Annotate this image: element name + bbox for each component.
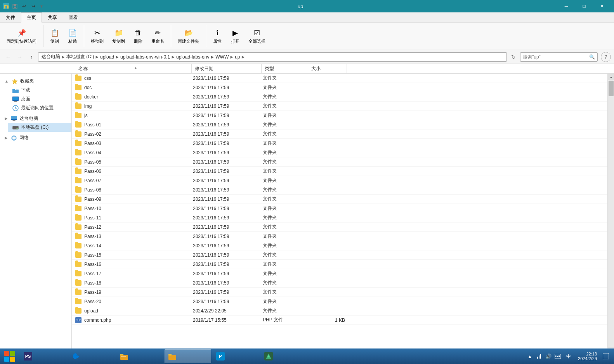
breadcrumb-sep-7: ► [241, 54, 246, 60]
col-header-date[interactable]: 修改日期 [192, 64, 262, 73]
table-row[interactable]: doc 2023/11/16 17:59 文件夹 [72, 83, 607, 92]
sidebar-item-drive-c[interactable]: 本地磁盘 (C:) [8, 123, 71, 132]
taskbar-edge[interactable] [68, 349, 115, 363]
file-type-cell: 文件夹 [263, 270, 309, 277]
col-header-name[interactable]: 名称 [75, 64, 192, 73]
table-row[interactable]: Pass-12 2023/11/16 17:59 文件夹 [72, 223, 607, 232]
table-row[interactable]: PHP common.php 2019/1/17 15:55 PHP 文件 1 … [72, 316, 607, 325]
table-row[interactable]: Pass-20 2023/11/16 17:59 文件夹 [72, 297, 607, 306]
tab-home[interactable]: 主页 [21, 12, 42, 22]
col-header-size[interactable]: 大小 [308, 64, 347, 73]
clock[interactable]: 22:13 2024/2/29 [576, 352, 599, 361]
taskbar-notepad[interactable]: P [213, 349, 259, 363]
folder-icon [75, 141, 82, 146]
up-button[interactable]: ↑ [26, 52, 36, 62]
table-row[interactable]: Pass-17 2023/11/16 17:59 文件夹 [72, 269, 607, 278]
table-row[interactable]: Pass-09 2023/11/16 17:59 文件夹 [72, 195, 607, 204]
table-row[interactable]: Pass-14 2023/11/16 17:59 文件夹 [72, 241, 607, 250]
taskbar-app6[interactable] [261, 349, 307, 363]
ribbon-rename-button[interactable]: ✏ 重命名 [148, 26, 168, 46]
taskbar-powershell[interactable]: PS [20, 349, 67, 363]
table-row[interactable]: Pass-01 2023/11/16 17:59 文件夹 [72, 120, 607, 129]
scroll-thumb[interactable] [609, 81, 614, 96]
table-row[interactable]: Pass-08 2023/11/16 17:59 文件夹 [72, 185, 607, 195]
tray-volume[interactable]: 🔊 [545, 352, 552, 360]
ribbon-open-button[interactable]: ▶ 打开 [227, 26, 243, 46]
start-button[interactable] [0, 348, 19, 364]
tab-view[interactable]: 查看 [63, 12, 84, 22]
table-row[interactable]: upload 2024/2/29 22:05 文件夹 [72, 306, 607, 316]
help-button[interactable]: ? [601, 52, 611, 62]
table-row[interactable]: Pass-11 2023/11/16 17:59 文件夹 [72, 213, 607, 223]
table-row[interactable]: Pass-06 2023/11/16 17:59 文件夹 [72, 167, 607, 176]
table-row[interactable]: Pass-07 2023/11/16 17:59 文件夹 [72, 176, 607, 185]
table-row[interactable]: Pass-16 2023/11/16 17:59 文件夹 [72, 260, 607, 269]
ribbon-copyto-button[interactable]: 📁 复制到 [109, 26, 128, 46]
ribbon-properties-button[interactable]: ℹ 属性 [209, 26, 225, 46]
scrollbar[interactable]: ▲ ▼ [607, 74, 614, 354]
table-row[interactable]: Pass-02 2023/11/16 17:59 文件夹 [72, 129, 607, 139]
forward-button[interactable]: → [15, 52, 25, 62]
table-row[interactable]: docker 2023/11/16 17:59 文件夹 [72, 92, 607, 102]
address-input[interactable]: 这台电脑 ► 本地磁盘 (C:) ► upload ► upload-labs-… [38, 52, 507, 62]
tab-share[interactable]: 共享 [42, 12, 63, 22]
file-date-cell: 2023/11/16 17:59 [193, 122, 263, 128]
tray-network[interactable] [535, 352, 543, 360]
scroll-up-button[interactable]: ▲ [608, 74, 614, 80]
breadcrumb-env: upload-labs-env [176, 54, 209, 60]
table-row[interactable]: Pass-03 2023/11/16 17:59 文件夹 [72, 139, 607, 148]
tray-arrow[interactable]: ▲ [526, 352, 534, 360]
ribbon-copy-button[interactable]: 📋 复制 [47, 26, 63, 46]
search-input[interactable] [523, 54, 588, 60]
sidebar-item-recent[interactable]: 最近访问的位置 [8, 104, 71, 112]
tray-keyboard[interactable] [554, 352, 562, 360]
sidebar-section-network: ▶ 网络 [0, 133, 71, 142]
qt-undo-button[interactable]: ↩ [20, 2, 28, 10]
ribbon-select-button[interactable]: ☑ 全部选择 [245, 26, 269, 46]
table-row[interactable]: Pass-10 2023/11/16 17:59 文件夹 [72, 204, 607, 213]
table-row[interactable]: Pass-15 2023/11/16 17:59 文件夹 [72, 250, 607, 260]
ribbon-delete-button[interactable]: 🗑 删除 [130, 26, 146, 46]
explorer-icon-2 [168, 352, 177, 361]
taskbar-explorer-2[interactable] [165, 349, 211, 363]
refresh-button[interactable]: ↻ [508, 52, 519, 62]
ribbon-newfolder-button[interactable]: 📂 新建文件夹 [174, 26, 203, 46]
file-icon-cell: PHP [75, 317, 82, 323]
main-layout: ▲ 收藏夹 下载 桌面 [0, 74, 614, 354]
qt-redo-button[interactable]: ↪ [29, 2, 37, 10]
table-row[interactable]: Pass-04 2023/11/16 17:59 文件夹 [72, 148, 607, 157]
col-header-type[interactable]: 类型 [262, 64, 308, 73]
table-row[interactable]: Pass-13 2023/11/16 17:59 文件夹 [72, 232, 607, 241]
search-icon: 🔍 [589, 54, 595, 60]
favorites-expand-icon: ▲ [5, 79, 9, 83]
table-row[interactable]: Pass-19 2023/11/16 17:59 文件夹 [72, 288, 607, 297]
scroll-track[interactable] [608, 81, 614, 347]
search-box[interactable]: 🔍 [520, 52, 598, 62]
qt-dropdown-button[interactable]: ▼ [40, 4, 43, 9]
computer-children: 本地磁盘 (C:) [0, 123, 71, 132]
taskbar-explorer-1[interactable] [116, 349, 163, 363]
table-row[interactable]: Pass-05 2023/11/16 17:59 文件夹 [72, 157, 607, 167]
ribbon-move-button[interactable]: ✂ 移动到 [87, 26, 107, 46]
back-button[interactable]: ← [3, 52, 13, 62]
minimize-button[interactable]: ─ [557, 0, 575, 12]
sidebar-item-network[interactable]: ▶ 网络 [0, 133, 71, 142]
sidebar-item-favorites[interactable]: ▲ 收藏夹 [0, 77, 71, 86]
table-row[interactable]: Pass-18 2023/11/16 17:59 文件夹 [72, 278, 607, 288]
ribbon-paste-button[interactable]: 📄 粘贴 [64, 26, 81, 46]
notification-button[interactable] [601, 351, 611, 361]
sidebar-item-computer[interactable]: ▶ 这台电脑 [0, 114, 71, 123]
sidebar-item-desktop[interactable]: 桌面 [8, 95, 71, 104]
ribbon-pin-button[interactable]: 📌 固定到快速访问 [3, 26, 40, 46]
qt-save-button[interactable] [11, 2, 19, 10]
tab-file[interactable]: 文件 [0, 12, 21, 22]
file-icon-cell [75, 140, 82, 147]
table-row[interactable]: css 2023/11/16 17:59 文件夹 [72, 74, 607, 83]
maximize-button[interactable]: □ [575, 0, 593, 12]
language-button[interactable]: 中 [563, 351, 574, 362]
table-row[interactable]: img 2023/11/16 17:59 文件夹 [72, 102, 607, 111]
svg-rect-1 [4, 5, 6, 6]
table-row[interactable]: js 2023/11/16 17:59 文件夹 [72, 111, 607, 120]
sidebar-item-downloads[interactable]: 下载 [8, 86, 71, 95]
close-button[interactable]: ✕ [593, 0, 611, 12]
